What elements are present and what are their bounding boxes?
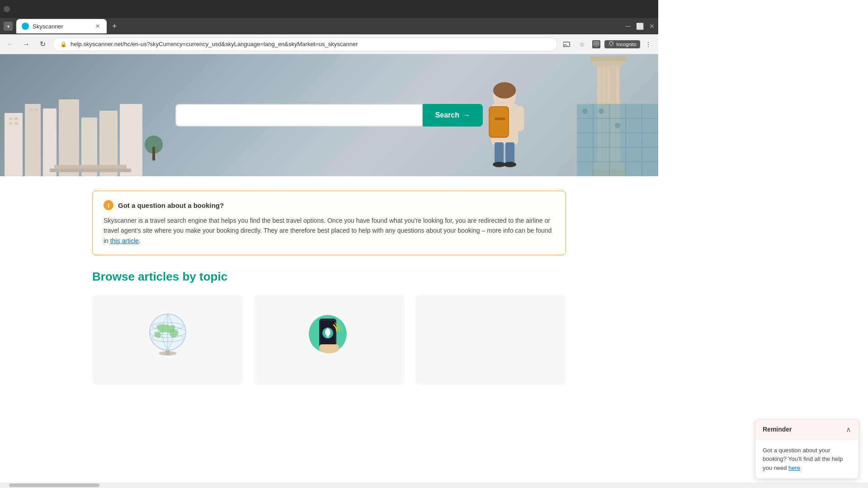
svg-rect-15	[59, 99, 79, 176]
svg-rect-46	[590, 56, 627, 61]
notice-body-text: Skyscanner is a travel search engine tha…	[104, 216, 555, 246]
hero-section: Search →	[0, 54, 658, 176]
url-text: help.skyscanner.net/hc/en-us?skyCurrency…	[71, 41, 550, 47]
page-content: Search → i Got a question about a bookin…	[0, 54, 658, 399]
svg-point-38	[504, 162, 516, 167]
svg-point-0	[23, 24, 28, 28]
svg-point-60	[615, 123, 620, 128]
close-button[interactable]: ✕	[649, 23, 655, 30]
topic-card-third[interactable]	[415, 295, 566, 385]
tab-close-button[interactable]: ✕	[94, 23, 101, 30]
browser-toolbar: ← → ↻ 🔒 help.skyscanner.net/hc/en-us?sky…	[0, 34, 658, 54]
new-tab-button[interactable]: +	[108, 22, 121, 31]
this-article-link[interactable]: this article	[110, 237, 139, 244]
svg-rect-26	[50, 169, 131, 172]
svg-point-58	[582, 108, 588, 114]
svg-rect-23	[29, 108, 33, 111]
notice-info-icon: i	[104, 200, 113, 210]
tiles-decoration	[577, 104, 658, 176]
svg-rect-35	[495, 142, 504, 165]
svg-rect-9	[610, 45, 611, 46]
svg-rect-3	[593, 41, 599, 46]
svg-rect-34	[495, 117, 505, 120]
search-bar-wrapper: Search →	[175, 104, 483, 127]
phone-svg	[304, 306, 354, 356]
svg-rect-21	[9, 122, 13, 125]
cast-svg	[563, 41, 571, 47]
svg-point-37	[493, 162, 505, 167]
svg-rect-19	[9, 117, 13, 120]
bookmark-icon[interactable]: ☆	[576, 38, 588, 51]
svg-rect-25	[54, 165, 127, 169]
profile-svg	[592, 40, 600, 48]
incognito-badge: Incognito	[604, 40, 640, 48]
browser-chrome: ▾ Skyscanner ✕ + ─ ⬜ ✕ ← → ↻ 🔒 help.skys…	[0, 0, 658, 54]
svg-rect-28	[152, 147, 155, 160]
svg-rect-13	[25, 104, 41, 176]
svg-rect-10	[612, 45, 613, 46]
svg-rect-49	[577, 104, 658, 176]
phone-illustration	[302, 304, 356, 358]
cast-icon[interactable]	[561, 38, 574, 51]
browse-section-title: Browse articles by topic	[92, 270, 566, 284]
svg-rect-76	[319, 344, 339, 350]
incognito-icon	[608, 41, 614, 47]
window-buttons: ─ ⬜ ✕	[626, 22, 655, 30]
restore-button[interactable]: ⬜	[636, 23, 644, 30]
svg-rect-1	[563, 42, 570, 47]
notice-body-part2: .	[139, 237, 141, 244]
forward-button[interactable]: →	[20, 38, 33, 51]
search-input[interactable]	[175, 104, 423, 127]
tab-title: Skyscanner	[33, 23, 90, 30]
svg-rect-20	[14, 117, 18, 120]
svg-rect-39	[516, 106, 524, 131]
third-illustration	[463, 304, 518, 358]
tab-bar: ▾ Skyscanner ✕ + ─ ⬜ ✕	[0, 18, 658, 34]
topic-card-globe[interactable]	[92, 295, 243, 385]
incognito-label: Incognito	[616, 42, 637, 47]
svg-point-59	[599, 108, 604, 114]
globe-illustration	[141, 304, 195, 358]
topic-cards-grid	[92, 295, 566, 385]
minimize-button[interactable]: ─	[626, 22, 631, 30]
notice-title-text: Got a question about a booking?	[118, 202, 224, 209]
svg-rect-24	[35, 108, 38, 111]
tiles-svg	[577, 104, 658, 176]
reload-button[interactable]: ↻	[36, 38, 49, 51]
security-lock-icon: 🔒	[60, 41, 67, 47]
booking-notice-box: i Got a question about a booking? Skysca…	[92, 191, 566, 255]
svg-point-31	[493, 82, 516, 99]
svg-rect-33	[490, 108, 508, 136]
svg-rect-8	[609, 45, 613, 47]
tab-group-icon[interactable]: ▾	[4, 22, 13, 31]
toolbar-actions: ☆ Incognito ⋮	[561, 38, 655, 51]
notice-title-row: i Got a question about a booking?	[104, 200, 555, 210]
profile-icon[interactable]	[590, 38, 603, 51]
active-tab[interactable]: Skyscanner ✕	[16, 19, 107, 33]
tab-favicon	[22, 23, 29, 30]
browser-titlebar	[0, 0, 658, 18]
buildings-illustration	[0, 77, 181, 176]
globe-svg	[143, 306, 193, 356]
url-bar[interactable]: 🔒 help.skyscanner.net/hc/en-us?skyCurren…	[52, 38, 557, 51]
tab-group-arrow: ▾	[7, 24, 9, 29]
account-avatar	[4, 6, 10, 12]
svg-rect-36	[505, 142, 514, 165]
search-arrow-icon: →	[463, 111, 470, 119]
more-options-button[interactable]: ⋮	[642, 38, 655, 51]
notice-body-part1: Skyscanner is a travel search engine tha…	[104, 217, 552, 244]
skyscanner-favicon	[23, 24, 28, 28]
svg-rect-12	[5, 113, 23, 176]
back-button[interactable]: ←	[4, 38, 16, 51]
svg-rect-4	[595, 46, 598, 47]
search-button-label: Search	[435, 111, 459, 119]
main-content: i Got a question about a booking? Skysca…	[85, 176, 573, 399]
window-controls	[4, 6, 10, 12]
topic-card-phone[interactable]	[254, 295, 404, 385]
search-button[interactable]: Search →	[423, 104, 483, 127]
svg-rect-22	[14, 122, 18, 125]
